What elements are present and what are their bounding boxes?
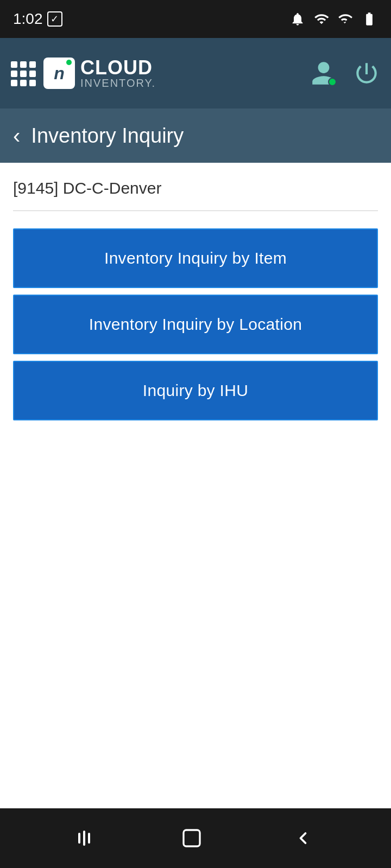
online-indicator xyxy=(328,78,337,86)
back-button[interactable]: ‹ xyxy=(13,125,20,146)
status-bar: 1:02 ✓ xyxy=(0,0,391,38)
page-title: Inventory Inquiry xyxy=(31,124,184,148)
power-icon[interactable] xyxy=(353,60,380,87)
alarm-icon xyxy=(290,11,305,27)
app-subtitle: INVENTORY. xyxy=(80,78,156,88)
logo: n CLOUD INVENTORY. xyxy=(43,58,156,89)
time-display: 1:02 xyxy=(13,10,43,28)
bottom-nav xyxy=(0,808,391,868)
grid-menu-icon[interactable] xyxy=(11,61,35,85)
svg-rect-0 xyxy=(184,830,200,846)
nav-back-lines-icon[interactable] xyxy=(78,831,90,846)
divider xyxy=(13,210,378,211)
main-content: [9145] DC-C-Denver Inventory Inquiry by … xyxy=(0,163,391,443)
inquiry-by-ihu-button[interactable]: Inquiry by IHU xyxy=(13,361,378,420)
nav-left: n CLOUD INVENTORY. xyxy=(11,58,156,89)
status-check-icon: ✓ xyxy=(47,11,62,27)
top-nav: n CLOUD INVENTORY. xyxy=(0,38,391,108)
status-time: 1:02 ✓ xyxy=(13,10,62,28)
nav-home-icon[interactable] xyxy=(181,827,203,849)
inquiry-by-item-button[interactable]: Inventory Inquiry by Item xyxy=(13,228,378,288)
logo-dot xyxy=(66,60,72,65)
signal-icon xyxy=(338,11,353,27)
logo-box: n xyxy=(43,58,75,89)
wifi-icon xyxy=(313,11,330,27)
location-label: [9145] DC-C-Denver xyxy=(13,179,378,197)
logo-text: CLOUD INVENTORY. xyxy=(80,58,156,88)
battery-icon xyxy=(361,11,378,27)
app-name: CLOUD xyxy=(80,58,156,78)
status-icons xyxy=(290,11,378,27)
user-icon-container[interactable] xyxy=(310,59,338,87)
nav-right xyxy=(310,59,380,87)
page-header: ‹ Inventory Inquiry xyxy=(0,108,391,163)
nav-back-icon[interactable] xyxy=(293,828,313,848)
inquiry-by-location-button[interactable]: Inventory Inquiry by Location xyxy=(13,295,378,354)
